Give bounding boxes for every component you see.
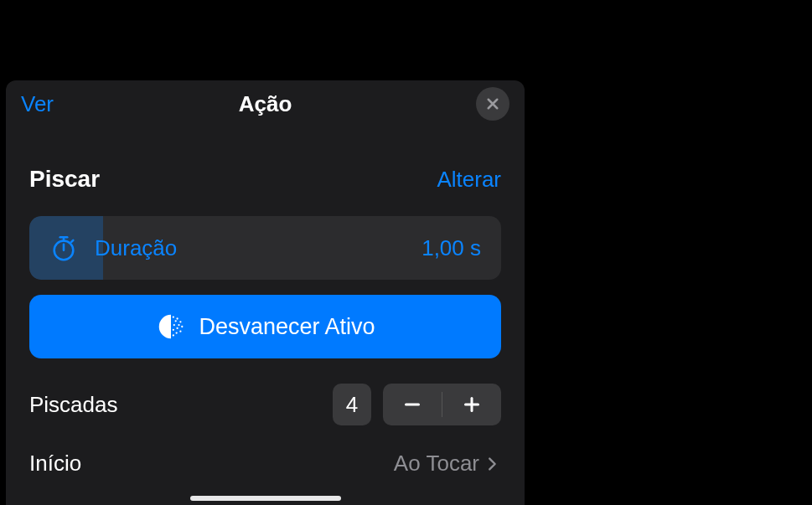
minus-icon [400,392,425,417]
start-row[interactable]: Início Ao Tocar [6,425,525,477]
blinks-label: Piscadas [29,392,118,418]
start-value: Ao Tocar [394,451,479,477]
duration-value: 1,00 s [422,235,481,261]
svg-point-11 [175,320,177,322]
panel-title: Ação [239,91,292,117]
svg-point-12 [178,324,180,326]
svg-point-14 [173,324,175,326]
fade-active-button[interactable]: Desvanecer Ativo [29,295,501,358]
svg-point-8 [173,316,174,317]
animation-section-header: Piscar Alterar [6,131,525,208]
svg-point-7 [159,315,184,339]
close-icon [485,96,500,111]
blinks-stepper [383,384,501,425]
fade-icon [155,311,187,343]
home-indicator[interactable] [190,496,341,501]
panel-header: Ver Ação [6,80,525,131]
svg-point-15 [177,327,178,329]
svg-point-16 [180,331,182,332]
duration-slider[interactable]: Duração 1,00 s [29,216,501,280]
svg-point-18 [176,332,178,333]
start-value-selector[interactable]: Ao Tocar [394,451,501,477]
plus-icon [459,392,484,417]
duration-label: Duração [95,235,177,261]
decrement-button[interactable] [383,384,442,425]
svg-point-9 [177,317,178,319]
svg-point-19 [173,334,174,336]
stopwatch-icon [49,234,78,262]
chevron-right-icon [483,455,501,473]
blinks-value[interactable]: 4 [333,384,371,425]
action-panel: Ver Ação Piscar Alterar Duração [6,80,525,505]
svg-point-10 [180,321,182,322]
animation-name: Piscar [29,166,100,193]
svg-point-17 [173,329,174,331]
svg-line-4 [71,240,73,242]
back-button[interactable]: Ver [21,91,54,117]
change-animation-button[interactable]: Alterar [437,167,501,193]
increment-button[interactable] [442,384,501,425]
start-label: Início [29,451,81,477]
blinks-row: Piscadas 4 [6,358,525,425]
close-button[interactable] [476,87,509,121]
fade-active-label: Desvanecer Ativo [199,314,375,340]
svg-point-13 [182,326,184,327]
blinks-controls: 4 [333,384,501,425]
